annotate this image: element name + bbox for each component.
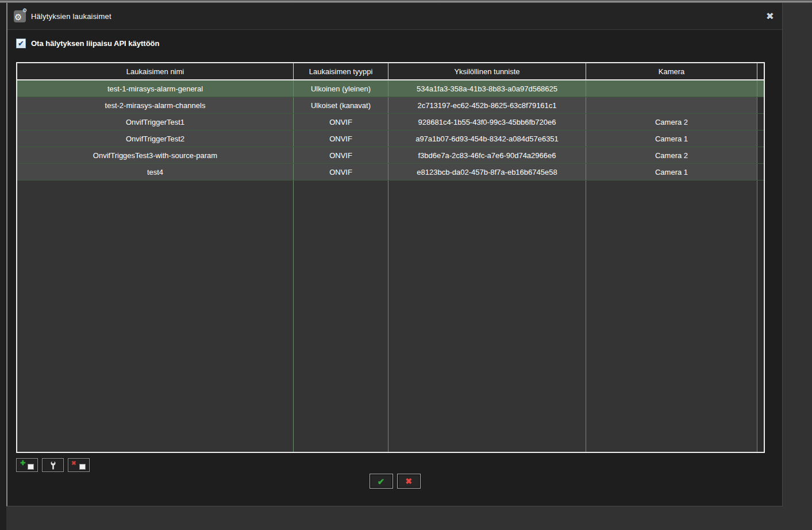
cell-trigger-name: OnvifTriggerTest1 [17, 114, 294, 130]
empty-column-unique-id [388, 180, 586, 452]
cell-gutter [757, 114, 764, 130]
delete-x-icon: ✖ [71, 460, 76, 466]
empty-column-camera [586, 180, 757, 452]
triggers-table: Laukaisimen nimi Laukaisimen tyyppi Yksi… [16, 62, 765, 453]
add-plus-icon: ✚ [20, 460, 25, 466]
table-row[interactable]: OnvifTriggerTest1 ONVIF 928681c4-1b55-43… [17, 114, 764, 130]
empty-column-trigger-type [294, 180, 388, 452]
cell-trigger-name: test-2-mirasys-alarm-channels [17, 97, 294, 113]
table-row[interactable]: OnvifTriggesTest3-with-source-param ONVI… [17, 147, 764, 164]
enable-api-label: Ota hälytyksen liipaisu API käyttöön [31, 39, 159, 48]
cell-trigger-type: Ulkoiset (kanavat) [294, 97, 388, 113]
column-header-trigger-type[interactable]: Laukaisimen tyyppi [294, 63, 388, 79]
ok-button[interactable]: ✔ [370, 474, 393, 489]
dialog-title: Hälytyksien laukaisimet [31, 12, 111, 21]
checkbox-check-icon: ✔ [18, 40, 24, 47]
column-header-unique-id[interactable]: Yksilöllinen tunniste [388, 63, 586, 79]
dialog-footer: ✔ ✖ [7, 474, 782, 489]
cell-unique-id: f3bd6e7a-2c83-46fc-a7e6-90d74a2966e6 [388, 147, 586, 163]
table-row[interactable]: test4 ONVIF e8123bcb-da02-457b-8f7a-eb16… [17, 164, 764, 180]
cell-trigger-name: OnvifTriggesTest3-with-source-param [17, 147, 294, 163]
dialog-titlebar[interactable]: ⚙ ⚙ Hälytyksien laukaisimet ✖ [7, 3, 782, 30]
edit-trigger-button[interactable] [42, 458, 64, 472]
trigger-toolbar: ✚ ✖ [16, 458, 90, 472]
cell-trigger-type: ONVIF [294, 114, 388, 130]
ok-check-icon: ✔ [378, 477, 385, 486]
column-header-camera[interactable]: Kamera [586, 63, 757, 79]
table-row[interactable]: test-2-mirasys-alarm-channels Ulkoiset (… [17, 97, 764, 114]
cell-trigger-name: OnvifTriggerTest2 [17, 130, 294, 147]
cell-trigger-name: test4 [17, 164, 294, 180]
cancel-button[interactable]: ✖ [397, 474, 421, 489]
enable-api-row: ✔ Ota hälytyksen liipaisu API käyttöön [16, 39, 159, 48]
table-row[interactable]: test-1-mirasys-alarm-general Ulkoinen (y… [17, 80, 764, 97]
table-header: Laukaisimen nimi Laukaisimen tyyppi Yksi… [17, 63, 764, 80]
wrench-icon [49, 461, 57, 470]
cell-camera: Camera 1 [586, 164, 757, 180]
alarm-triggers-dialog: ⚙ ⚙ Hälytyksien laukaisimet ✖ ✔ Ota häly… [6, 3, 783, 506]
add-trigger-button[interactable]: ✚ [16, 458, 38, 472]
cell-gutter [757, 130, 764, 147]
cell-camera: Camera 2 [586, 147, 757, 163]
cell-unique-id: e8123bcb-da02-457b-8f7a-eb16b6745e58 [388, 164, 586, 180]
cell-gutter [757, 147, 764, 163]
cell-trigger-type: ONVIF [294, 164, 388, 180]
empty-column-gutter [757, 180, 764, 452]
cell-unique-id: 534a1fa3-358a-41b3-8b83-a0a97d568625 [388, 80, 586, 97]
cell-unique-id: 928681c4-1b55-43f0-99c3-45bb6fb720e6 [388, 114, 586, 130]
cell-gutter [757, 80, 764, 97]
cell-trigger-name: test-1-mirasys-alarm-general [17, 80, 294, 97]
close-icon[interactable]: ✖ [764, 10, 776, 22]
cell-trigger-type: ONVIF [294, 130, 388, 147]
column-header-trigger-name[interactable]: Laukaisimen nimi [17, 63, 294, 79]
item-square-icon [28, 464, 34, 470]
item-square-icon [79, 464, 86, 470]
gear-small-icon: ⚙ [22, 7, 27, 13]
cell-camera: Camera 2 [586, 114, 757, 130]
table-body-rows: test-1-mirasys-alarm-general Ulkoinen (y… [17, 80, 764, 180]
cell-camera: Camera 1 [586, 130, 757, 147]
cell-gutter [757, 164, 764, 180]
empty-column-trigger-name [17, 180, 294, 452]
cell-trigger-type: Ulkoinen (yleinen) [294, 80, 388, 97]
table-empty-area [17, 180, 764, 452]
table-row[interactable]: OnvifTriggerTest2 ONVIF a97a1b07-6d93-45… [17, 130, 764, 147]
cancel-x-icon: ✖ [405, 477, 412, 485]
enable-api-checkbox[interactable]: ✔ [16, 39, 26, 48]
outer-background-left [0, 0, 6, 530]
cell-unique-id: 2c713197-ec62-452b-8625-63c8f79161c1 [388, 97, 586, 113]
cell-camera [586, 80, 757, 97]
cell-gutter [757, 97, 764, 113]
delete-trigger-button[interactable]: ✖ [68, 458, 90, 472]
cell-trigger-type: ONVIF [294, 147, 388, 163]
cell-unique-id: a97a1b07-6d93-454b-8342-a084d57e6351 [388, 130, 586, 147]
gear-large-icon: ⚙ [14, 11, 22, 23]
column-header-gutter [757, 63, 764, 79]
cell-camera [586, 97, 757, 113]
gears-icon: ⚙ ⚙ [14, 10, 26, 22]
